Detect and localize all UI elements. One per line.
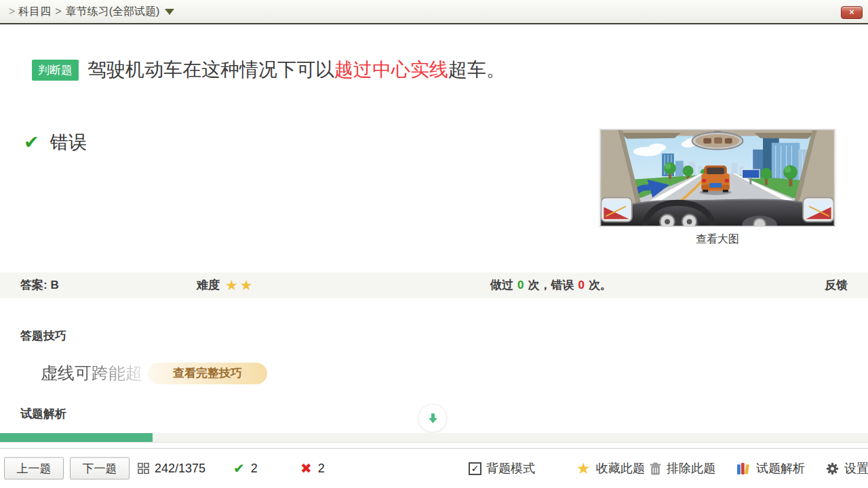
bottom-toolbar: 上一题 下一题 242/1375 ✔ 2 ✖ 2 ✓ 背题模式 ★ 收藏此题 bbox=[0, 448, 868, 488]
answer-option[interactable]: ✔ 错误 bbox=[24, 130, 87, 155]
exclude-label: 排除此题 bbox=[667, 460, 715, 476]
question-image-block: 查看大图 bbox=[599, 129, 836, 247]
arrow-down-icon bbox=[427, 413, 439, 424]
settings-button[interactable]: 设置 bbox=[826, 460, 868, 476]
favorite-question-button[interactable]: ★ 收藏此题 bbox=[576, 460, 645, 476]
attempt-stats: 做过0次，错误0次。 bbox=[490, 272, 612, 298]
next-question-button[interactable]: 下一题 bbox=[70, 458, 130, 480]
wrong-unit: 次。 bbox=[589, 279, 612, 291]
wrong-label: 错误 bbox=[551, 279, 574, 291]
top-bar: > 科目四 > 章节练习(全部试题) × bbox=[0, 0, 868, 24]
exclude-question-button[interactable]: 排除此题 bbox=[650, 460, 715, 476]
previous-question-button[interactable]: 上一题 bbox=[4, 458, 64, 480]
scene-car bbox=[699, 165, 731, 195]
tips-preview-text: 虚线可跨能超 bbox=[41, 362, 142, 384]
checkbox-checked-icon[interactable]: ✓ bbox=[469, 462, 481, 475]
books-icon bbox=[736, 462, 751, 475]
question-text-before: 驾驶机动车在这种情况下可以 bbox=[87, 59, 334, 80]
wrong-count-group[interactable]: ✖ 2 bbox=[300, 460, 325, 476]
correct-count: 2 bbox=[251, 462, 258, 476]
answer-value: B bbox=[50, 279, 58, 291]
correct-count-group[interactable]: ✔ 2 bbox=[233, 460, 258, 476]
answer-option-label: 错误 bbox=[50, 130, 87, 155]
cross-icon: ✖ bbox=[300, 460, 312, 476]
done-count: 0 bbox=[517, 279, 524, 291]
question-row: 判断题 驾驶机动车在这种情况下可以越过中心实线超车。 bbox=[32, 57, 505, 83]
question-type-badge: 判断题 bbox=[32, 60, 79, 81]
trash-icon bbox=[650, 462, 661, 475]
difficulty-stars-icon: ★★ bbox=[225, 272, 255, 298]
check-icon: ✔ bbox=[24, 131, 39, 153]
question-meta-bar: 答案: B 难度★★ 做过0次，错误0次。 反馈 bbox=[0, 272, 868, 298]
answer-label: 答案: bbox=[20, 279, 47, 291]
breadcrumb-chapter-label: 章节练习(全部试题) bbox=[66, 5, 160, 19]
view-full-tips-button[interactable]: 查看完整技巧 bbox=[148, 363, 267, 384]
tips-heading: 答题技巧 bbox=[20, 328, 66, 344]
grid-icon bbox=[138, 463, 149, 474]
question-text-highlight: 越过中心实线 bbox=[334, 59, 448, 80]
breadcrumb-separator: > bbox=[55, 5, 61, 18]
progress-bar bbox=[0, 433, 868, 443]
difficulty-label: 难度 bbox=[197, 272, 220, 298]
answer-field: 答案: B bbox=[20, 272, 59, 298]
expand-analysis-button[interactable] bbox=[418, 404, 447, 432]
recite-mode-toggle[interactable]: ✓ 背题模式 bbox=[469, 460, 535, 476]
tips-row: 虚线可跨能超 查看完整技巧 bbox=[41, 362, 267, 384]
question-counter: 242/1375 bbox=[155, 462, 205, 476]
recite-mode-label: 背题模式 bbox=[486, 460, 535, 476]
check-icon: ✔ bbox=[233, 460, 245, 476]
analysis-heading: 试题解析 bbox=[20, 406, 66, 422]
wrong-count: 0 bbox=[578, 279, 584, 291]
close-button[interactable]: × bbox=[841, 6, 863, 19]
scene-dashboard bbox=[600, 199, 834, 227]
question-text-after: 超车。 bbox=[448, 59, 505, 80]
question-text: 驾驶机动车在这种情况下可以越过中心实线超车。 bbox=[87, 57, 505, 83]
settings-label: 设置 bbox=[844, 460, 868, 476]
done-label: 做过 bbox=[490, 279, 513, 291]
done-unit: 次， bbox=[528, 279, 551, 291]
breadcrumb-chevron-icon: > bbox=[9, 5, 15, 18]
breadcrumb-chapter-dropdown[interactable]: 章节练习(全部试题) bbox=[66, 5, 175, 19]
star-icon: ★ bbox=[576, 461, 591, 476]
gear-icon bbox=[826, 462, 839, 475]
view-large-image-link[interactable]: 查看大图 bbox=[599, 232, 836, 247]
feedback-link[interactable]: 反馈 bbox=[825, 272, 848, 298]
difficulty-field: 难度★★ bbox=[197, 272, 255, 298]
breadcrumb-subject[interactable]: 科目四 bbox=[18, 5, 51, 19]
favorite-label: 收藏此题 bbox=[596, 460, 645, 476]
question-image[interactable] bbox=[599, 129, 836, 227]
wrong-count: 2 bbox=[318, 462, 325, 476]
question-grid-counter[interactable]: 242/1375 bbox=[138, 462, 205, 476]
progress-fill bbox=[0, 433, 153, 442]
analysis-label: 试题解析 bbox=[756, 460, 805, 476]
chevron-down-icon bbox=[165, 9, 174, 15]
analysis-button[interactable]: 试题解析 bbox=[736, 460, 805, 476]
